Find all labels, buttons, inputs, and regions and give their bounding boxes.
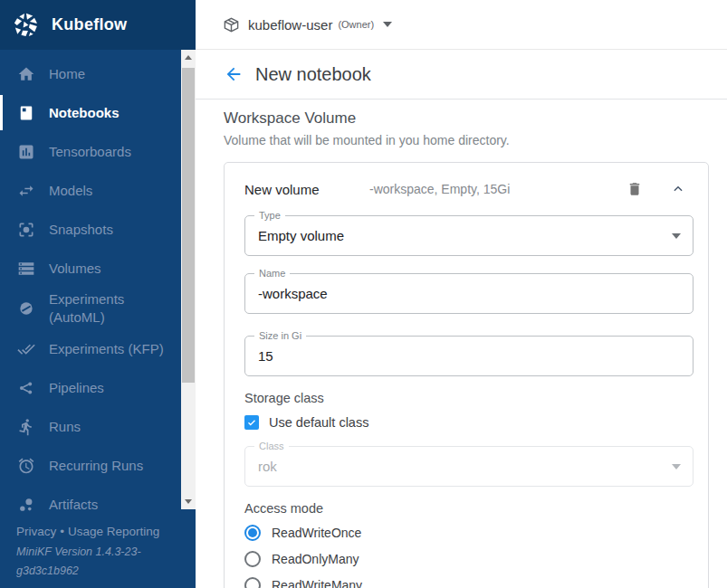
use-default-class-checkbox-row[interactable]: Use default class (244, 414, 694, 431)
volume-summary: -workspace, Empty, 15Gi (369, 182, 625, 196)
sidebar-item-home[interactable]: Home (0, 54, 181, 93)
class-label: Class (254, 441, 289, 451)
runs-icon (17, 418, 35, 436)
artifacts-icon (17, 496, 35, 514)
recurring-runs-icon (17, 457, 35, 475)
sidebar-item-label: Experiments (KFP) (49, 341, 164, 356)
radio-label: ReadWriteMany (272, 578, 362, 588)
sidebar-item-label: Tensorboards (49, 144, 131, 159)
volume-card-header[interactable]: New volume -workspace, Empty, 15Gi (244, 179, 694, 199)
sidebar-item-label: Volumes (49, 261, 101, 276)
radio-unselected-icon[interactable] (244, 551, 261, 567)
namespace-role: (Owner) (338, 19, 374, 30)
sidebar-item-label: Notebooks (49, 105, 120, 120)
radio-readonlymany[interactable]: ReadOnlyMany (244, 545, 694, 572)
app-window: Kubeflow Home Notebooks Tensorboards (0, 0, 727, 588)
pipelines-icon (17, 379, 35, 397)
checkbox-checked-icon[interactable] (244, 415, 259, 430)
notebook-icon (17, 104, 35, 122)
sidebar-item-label: Recurring Runs (49, 458, 143, 473)
radio-readwriteonce[interactable]: ReadWriteOnce (244, 519, 694, 545)
sidebar-item-runs[interactable]: Runs (0, 407, 181, 446)
sidebar-item-recurring-runs[interactable]: Recurring Runs (0, 446, 181, 485)
chevron-up-icon (672, 183, 684, 195)
chevron-down-icon (383, 22, 392, 27)
experiments-kfp-icon (17, 340, 35, 358)
name-field: Name (244, 273, 694, 314)
storage-class-label: Storage class (244, 391, 694, 405)
main-content: kubeflow-user (Owner) New notebook Works… (196, 0, 727, 588)
sidebar-item-label: Pipelines (49, 380, 104, 395)
type-value: Empty volume (245, 216, 693, 255)
page-title: New notebook (255, 64, 371, 85)
tensorboard-icon (17, 143, 35, 161)
size-label: Size in Gi (254, 330, 306, 341)
kubeflow-logo-icon (12, 11, 40, 39)
radio-label: ReadWriteOnce (272, 526, 361, 540)
volume-title: New volume (244, 182, 369, 197)
brand-name: Kubeflow (52, 15, 127, 34)
sidebar: Kubeflow Home Notebooks Tensorboards (0, 0, 196, 588)
type-label: Type (254, 210, 285, 221)
name-input[interactable] (245, 274, 693, 313)
page-header: New notebook (196, 50, 727, 100)
brand-header: Kubeflow (0, 0, 196, 50)
class-value: rok (245, 447, 693, 486)
footer-bullet: • (60, 525, 64, 538)
sidebar-item-artifacts[interactable]: Artifacts (0, 485, 181, 524)
sidebar-item-label: Runs (49, 419, 81, 434)
name-label: Name (254, 268, 290, 279)
section-subtitle: Volume that will be mounted in you home … (224, 133, 709, 147)
section-title: Workspace Volume (224, 109, 709, 128)
home-icon (17, 65, 35, 83)
radio-unselected-icon[interactable] (244, 577, 261, 588)
volume-card: New volume -workspace, Empty, 15Gi Type … (224, 162, 709, 588)
type-select[interactable]: Type Empty volume (244, 215, 694, 256)
scrollbar-thumb[interactable] (182, 68, 195, 383)
namespace-box-icon (223, 16, 240, 33)
snapshots-icon (17, 221, 35, 239)
size-input[interactable] (245, 337, 693, 375)
sidebar-item-tensorboards[interactable]: Tensorboards (0, 132, 181, 171)
scroll-up-arrow-icon (185, 55, 192, 60)
radio-readwritemany[interactable]: ReadWriteMany (244, 572, 694, 588)
dropdown-arrow-icon (672, 464, 681, 469)
access-mode-label: Access mode (244, 501, 694, 516)
topbar: kubeflow-user (Owner) (196, 0, 727, 50)
arrow-back-icon (224, 64, 244, 84)
usage-reporting-link[interactable]: Usage Reporting (68, 525, 159, 538)
sidebar-item-volumes[interactable]: Volumes (0, 249, 181, 288)
minikf-version: MiniKF Version 1.4.3-23-g3d3c1b962 (16, 543, 159, 581)
sidebar-footer: Privacy•Usage Reporting MiniKF Version 1… (16, 525, 170, 581)
use-default-class-label: Use default class (269, 415, 368, 430)
sidebar-item-label: Models (49, 183, 92, 198)
sidebar-scrollbar[interactable] (181, 50, 196, 509)
scroll-up-button[interactable] (181, 50, 196, 65)
collapse-volume-button[interactable] (670, 181, 686, 197)
sidebar-item-experiments-automl[interactable]: Experiments (AutoML) (0, 288, 181, 329)
sidebar-item-notebooks[interactable]: Notebooks (0, 93, 181, 132)
namespace-name: kubeflow-user (248, 17, 332, 33)
scroll-down-button[interactable] (181, 494, 196, 509)
sidebar-item-pipelines[interactable]: Pipelines (0, 368, 181, 407)
models-icon (17, 182, 35, 200)
class-select: Class rok (244, 446, 694, 487)
namespace-selector[interactable]: kubeflow-user (Owner) (223, 16, 392, 33)
delete-volume-button[interactable] (625, 179, 645, 199)
trash-icon (627, 181, 643, 197)
back-button[interactable] (224, 64, 244, 84)
sidebar-nav: Home Notebooks Tensorboards Models (0, 54, 181, 524)
volumes-icon (17, 260, 35, 278)
sidebar-item-experiments-kfp[interactable]: Experiments (KFP) (0, 329, 181, 368)
sidebar-item-label: Artifacts (49, 497, 98, 512)
radio-selected-icon[interactable] (244, 525, 261, 541)
sidebar-item-snapshots[interactable]: Snapshots (0, 210, 181, 249)
experiments-automl-icon (17, 299, 35, 318)
sidebar-item-models[interactable]: Models (0, 171, 181, 210)
size-field: Size in Gi (244, 336, 694, 376)
scroll-down-arrow-icon (185, 499, 192, 504)
access-mode-radio-group: ReadWriteOnce ReadOnlyMany ReadWriteMany (244, 519, 694, 588)
sidebar-item-label: Home (49, 66, 85, 81)
privacy-link[interactable]: Privacy (16, 525, 56, 538)
sidebar-item-label: Snapshots (49, 222, 113, 237)
